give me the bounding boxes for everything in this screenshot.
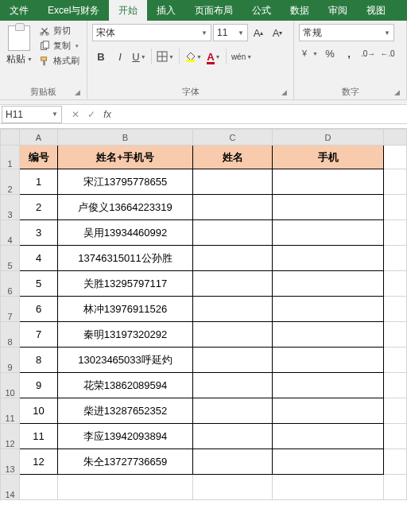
underline-button[interactable]: U▼ xyxy=(130,48,148,65)
clipboard-launcher[interactable]: ◢ xyxy=(75,88,80,96)
row-header[interactable]: 5 xyxy=(1,246,20,271)
percent-button[interactable]: % xyxy=(321,45,339,62)
col-header-c[interactable]: C xyxy=(193,130,273,146)
cell[interactable] xyxy=(193,398,273,424)
comma-button[interactable]: , xyxy=(340,45,358,62)
tab-data[interactable]: 数据 xyxy=(281,0,319,21)
row-header[interactable]: 2 xyxy=(1,169,20,195)
cell[interactable] xyxy=(273,220,384,246)
paste-button[interactable]: 粘贴 ▼ xyxy=(5,24,34,84)
tab-view[interactable]: 视图 xyxy=(357,0,395,21)
tab-formulas[interactable]: 公式 xyxy=(242,0,281,21)
cell[interactable]: 吴用13934460992 xyxy=(58,220,193,246)
cell[interactable]: 6 xyxy=(20,297,58,322)
row-header[interactable]: 1 xyxy=(1,146,20,169)
cell[interactable] xyxy=(193,297,273,322)
cell[interactable]: 关胜13295797117 xyxy=(58,271,193,297)
font-size-combo[interactable]: 11 ▼ xyxy=(213,24,248,41)
cell[interactable] xyxy=(20,475,58,500)
cell[interactable]: 朱仝13727736659 xyxy=(58,449,193,475)
tab-review[interactable]: 审阅 xyxy=(319,0,357,21)
cell[interactable]: 8 xyxy=(20,348,58,373)
cell[interactable] xyxy=(58,475,193,500)
tab-home[interactable]: 开始 xyxy=(109,0,147,21)
row-header[interactable]: 14 xyxy=(1,475,20,500)
cell[interactable]: 12 xyxy=(20,449,58,475)
row-header[interactable]: 6 xyxy=(1,271,20,297)
cell[interactable] xyxy=(273,449,384,475)
increase-decimal-button[interactable]: .0→ xyxy=(359,45,377,62)
italic-button[interactable]: I xyxy=(111,48,129,65)
cell[interactable]: 姓名+手机号 xyxy=(58,146,193,169)
decrease-decimal-button[interactable]: ←.0 xyxy=(378,45,396,62)
row-header[interactable]: 12 xyxy=(1,424,20,449)
currency-button[interactable]: ¥▼ xyxy=(299,45,320,62)
cell[interactable]: 卢俊义13664223319 xyxy=(58,195,193,220)
cell[interactable] xyxy=(273,424,384,449)
cell[interactable] xyxy=(273,297,384,322)
cell[interactable] xyxy=(273,195,384,220)
cell[interactable] xyxy=(273,169,384,195)
cell[interactable]: 手机 xyxy=(273,146,384,169)
cell[interactable]: 宋江13795778655 xyxy=(58,169,193,195)
cancel-formula-button[interactable]: ✕ xyxy=(68,109,83,120)
cell[interactable] xyxy=(193,475,273,500)
phonetic-button[interactable]: wén▼ xyxy=(230,48,254,65)
cell[interactable]: 2 xyxy=(20,195,58,220)
row-header[interactable]: 3 xyxy=(1,195,20,220)
row-header[interactable]: 8 xyxy=(1,322,20,348)
name-box[interactable]: H11 ▼ xyxy=(2,106,62,123)
cell[interactable]: 花荣13862089594 xyxy=(58,373,193,398)
cell[interactable]: 7 xyxy=(20,322,58,348)
cell[interactable]: 10 xyxy=(20,398,58,424)
format-painter-button[interactable]: 格式刷 xyxy=(37,54,81,68)
cell[interactable] xyxy=(193,348,273,373)
cell[interactable]: 5 xyxy=(20,271,58,297)
cell[interactable]: 4 xyxy=(20,246,58,271)
cell[interactable] xyxy=(273,322,384,348)
cell[interactable] xyxy=(193,424,273,449)
cell[interactable] xyxy=(273,246,384,271)
fill-color-button[interactable]: ▼ xyxy=(183,48,204,65)
cell[interactable] xyxy=(273,398,384,424)
copy-button[interactable]: 复制▾ xyxy=(37,39,81,52)
col-header-b[interactable]: B xyxy=(58,130,193,146)
increase-font-button[interactable]: A▴ xyxy=(250,24,267,41)
cell[interactable]: 柴进13287652352 xyxy=(58,398,193,424)
cell[interactable] xyxy=(273,373,384,398)
row-header[interactable]: 11 xyxy=(1,398,20,424)
font-launcher[interactable]: ◢ xyxy=(281,88,287,96)
bold-button[interactable]: B xyxy=(92,48,110,65)
row-header[interactable]: 10 xyxy=(1,373,20,398)
tab-file[interactable]: 文件 xyxy=(0,0,38,21)
row-header[interactable]: 4 xyxy=(1,220,20,246)
worksheet-grid[interactable]: A B C D 1 编号 姓名+手机号 姓名 手机 21宋江1379577865… xyxy=(0,129,407,500)
col-header-extra[interactable] xyxy=(384,130,407,146)
cell[interactable]: 李应13942093894 xyxy=(58,424,193,449)
cell[interactable] xyxy=(193,449,273,475)
font-color-button[interactable]: A▼ xyxy=(205,48,223,65)
cell[interactable]: 姓名 xyxy=(193,146,273,169)
font-name-combo[interactable]: 宋体 ▼ xyxy=(92,24,211,41)
decrease-font-button[interactable]: A▾ xyxy=(269,24,286,41)
cell[interactable] xyxy=(193,220,273,246)
cell[interactable] xyxy=(193,169,273,195)
cut-button[interactable]: 剪切 xyxy=(37,24,81,37)
cell[interactable] xyxy=(193,373,273,398)
row-header[interactable]: 7 xyxy=(1,297,20,322)
cell[interactable]: 编号 xyxy=(20,146,58,169)
select-all-corner[interactable] xyxy=(1,130,20,146)
fx-button[interactable]: fx xyxy=(100,109,114,120)
cell[interactable] xyxy=(273,348,384,373)
cell[interactable]: 1 xyxy=(20,169,58,195)
cell[interactable] xyxy=(193,271,273,297)
cell[interactable] xyxy=(273,475,384,500)
col-header-d[interactable]: D xyxy=(273,130,384,146)
cell[interactable] xyxy=(193,322,273,348)
col-header-a[interactable]: A xyxy=(20,130,58,146)
row-header[interactable]: 13 xyxy=(1,449,20,475)
tab-page-layout[interactable]: 页面布局 xyxy=(185,0,242,21)
enter-formula-button[interactable]: ✓ xyxy=(84,109,99,120)
cell[interactable]: 3 xyxy=(20,220,58,246)
cell[interactable] xyxy=(193,246,273,271)
